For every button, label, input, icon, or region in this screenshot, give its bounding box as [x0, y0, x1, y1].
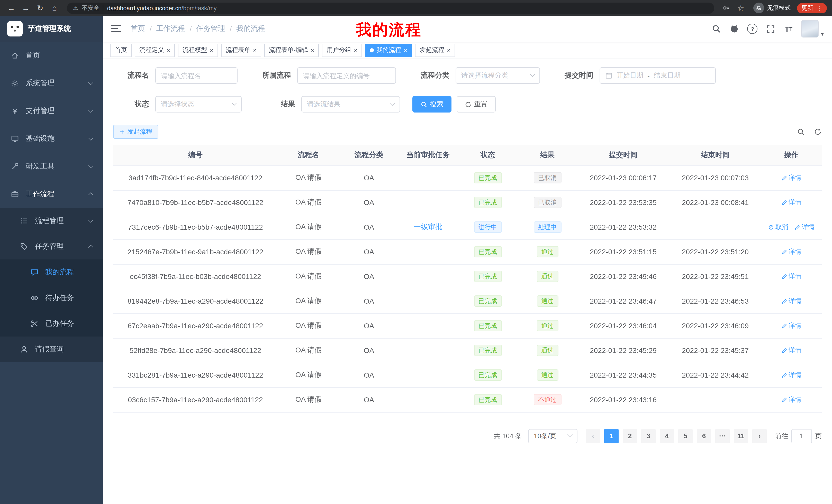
address-bar[interactable]: ⚠ 不安全 dashboard.yudao.iocoder.cn/bpm/tas…: [67, 2, 714, 13]
chevron-down-icon: [88, 80, 93, 85]
sidebar: 芋道管理系统 首页 系统管理 支付管理 基础设施: [0, 16, 103, 504]
breadcrumb-task-mgmt[interactable]: 任务管理: [197, 24, 225, 33]
page-button-4[interactable]: 4: [660, 429, 674, 443]
table-row: 7470a810-7b9b-11ec-b5b7-acde48001122 OA …: [113, 190, 822, 215]
back-icon[interactable]: ←: [5, 2, 18, 14]
sidebar-item-leave-query[interactable]: 请假查询: [0, 337, 103, 362]
browser-menu-dots-icon[interactable]: ⋮: [816, 4, 822, 11]
reset-button[interactable]: 重置: [457, 96, 496, 113]
close-icon[interactable]: ×: [166, 47, 170, 53]
end-time: 2022-01-22 23:46:53: [682, 297, 749, 305]
start-date-placeholder[interactable]: 开始日期: [617, 71, 643, 80]
sidebar-item-devtools[interactable]: 研发工具: [0, 152, 103, 180]
sidebar-item-todo-tasks[interactable]: 待办任务: [0, 285, 103, 311]
tab-my-process[interactable]: 我的流程 ×: [365, 44, 412, 57]
help-icon[interactable]: ?: [747, 24, 758, 34]
goto-page-input[interactable]: [791, 429, 812, 443]
fullscreen-icon[interactable]: [765, 24, 776, 34]
detail-link[interactable]: 详情: [781, 247, 801, 256]
sidebar-item-workflow[interactable]: 工作流程: [0, 180, 103, 208]
detail-link[interactable]: 详情: [781, 321, 801, 330]
detail-link[interactable]: 详情: [781, 272, 801, 281]
category-select[interactable]: 请选择流程分类: [456, 67, 540, 84]
sidebar-item-infrastructure[interactable]: 基础设施: [0, 125, 103, 152]
sidebar-item-my-process[interactable]: 我的流程: [0, 259, 103, 285]
font-size-icon[interactable]: [783, 24, 794, 34]
col-category: 流程分类: [355, 150, 383, 159]
github-icon[interactable]: [729, 24, 740, 34]
more-pages-button[interactable]: ···: [715, 429, 730, 443]
table-header-row: 编号 流程名 流程分类 当前审批任务 状态 结果 提交时间 结束时间 操作: [113, 145, 822, 165]
result-select[interactable]: 请选流结果: [301, 96, 400, 113]
sidebar-item-system[interactable]: 系统管理: [0, 69, 103, 97]
password-key-icon[interactable]: [720, 2, 732, 14]
tab-start-process[interactable]: 发起流程 ×: [415, 44, 455, 57]
home-icon[interactable]: ⌂: [48, 2, 61, 14]
detail-link[interactable]: 详情: [781, 371, 801, 380]
detail-link[interactable]: 详情: [781, 346, 801, 355]
refresh-icon[interactable]: [814, 128, 822, 136]
close-icon[interactable]: ×: [311, 47, 314, 53]
prev-page-button[interactable]: ‹: [586, 429, 600, 443]
submit-time-range-picker[interactable]: 开始日期 - 结束日期: [600, 67, 716, 84]
current-task-link[interactable]: 一级审批: [414, 222, 442, 231]
process-name: OA 请假: [295, 247, 322, 255]
close-icon[interactable]: ×: [447, 47, 450, 53]
submit-time: 2022-01-22 23:53:35: [590, 198, 657, 206]
breadcrumb-workflow[interactable]: 工作流程: [156, 24, 185, 33]
sidebar-item-done-tasks[interactable]: 已办任务: [0, 311, 103, 337]
tab-process-form[interactable]: 流程表单 ×: [221, 44, 261, 57]
url-text: dashboard.yudao.iocoder.cn/bpm/task/my: [107, 5, 217, 11]
breadcrumb-home[interactable]: 首页: [131, 24, 145, 33]
end-date-placeholder[interactable]: 结束日期: [654, 71, 681, 80]
sidebar-item-process-mgmt[interactable]: 流程管理: [0, 208, 103, 234]
close-icon[interactable]: ×: [253, 47, 257, 53]
tab-user-group[interactable]: 用户分组 ×: [322, 44, 362, 57]
tab-process-model[interactable]: 流程模型 ×: [178, 44, 218, 57]
page-button-1[interactable]: 1: [604, 429, 619, 443]
tab-process-definition[interactable]: 流程定义 ×: [135, 44, 175, 57]
forward-icon[interactable]: →: [20, 2, 32, 14]
sidebar-item-task-mgmt[interactable]: 任务管理: [0, 234, 103, 259]
owner-process-input[interactable]: [303, 72, 390, 79]
sidebar-item-home[interactable]: 首页: [0, 41, 103, 69]
page-button-11[interactable]: 11: [734, 429, 748, 443]
search-button[interactable]: 搜索: [412, 96, 451, 113]
app-logo[interactable]: 芋道管理系统: [0, 16, 103, 41]
close-icon[interactable]: ×: [354, 47, 357, 53]
search-icon[interactable]: [711, 24, 722, 34]
user-menu[interactable]: ▾: [801, 20, 824, 37]
status-select[interactable]: 请选择状态: [155, 96, 242, 113]
tab-process-form-edit[interactable]: 流程表单-编辑 ×: [264, 44, 319, 57]
reload-icon[interactable]: ↻: [34, 2, 46, 14]
cancel-link[interactable]: 取消: [768, 223, 788, 231]
process-name-input[interactable]: [161, 72, 232, 79]
toggle-search-icon[interactable]: [797, 128, 805, 136]
page-button-3[interactable]: 3: [641, 429, 656, 443]
close-icon[interactable]: ×: [210, 47, 213, 53]
incognito-badge[interactable]: 无痕模式: [753, 3, 790, 13]
submit-time-label: 提交时间: [552, 71, 593, 80]
detail-link[interactable]: 详情: [795, 223, 814, 231]
page-button-2[interactable]: 2: [623, 429, 637, 443]
breadcrumb-separator: [150, 25, 152, 33]
hamburger-icon[interactable]: [111, 25, 121, 32]
process-category: OA: [364, 371, 374, 379]
detail-link[interactable]: 详情: [781, 198, 801, 207]
page-button-6[interactable]: 6: [697, 429, 711, 443]
not-secure-label[interactable]: 不安全: [82, 4, 100, 12]
sidebar-item-payment[interactable]: 支付管理: [0, 97, 103, 125]
page-button-5[interactable]: 5: [678, 429, 693, 443]
bookmark-star-icon[interactable]: ☆: [734, 2, 747, 14]
table-toolbar: 发起流程: [113, 125, 822, 139]
next-page-button[interactable]: ›: [752, 429, 767, 443]
page-size-select[interactable]: 10条/页: [528, 429, 577, 443]
tab-home[interactable]: 首页: [110, 44, 132, 57]
detail-link[interactable]: 详情: [781, 395, 801, 404]
detail-link[interactable]: 详情: [781, 297, 801, 305]
browser-update-button[interactable]: 更新 ⋮: [797, 3, 827, 13]
process-id: 7317cec6-7b9b-11ec-b5b7-acde48001122: [128, 223, 263, 231]
close-icon[interactable]: ×: [404, 47, 407, 53]
start-process-button[interactable]: 发起流程: [113, 125, 158, 139]
detail-link[interactable]: 详情: [781, 173, 801, 182]
